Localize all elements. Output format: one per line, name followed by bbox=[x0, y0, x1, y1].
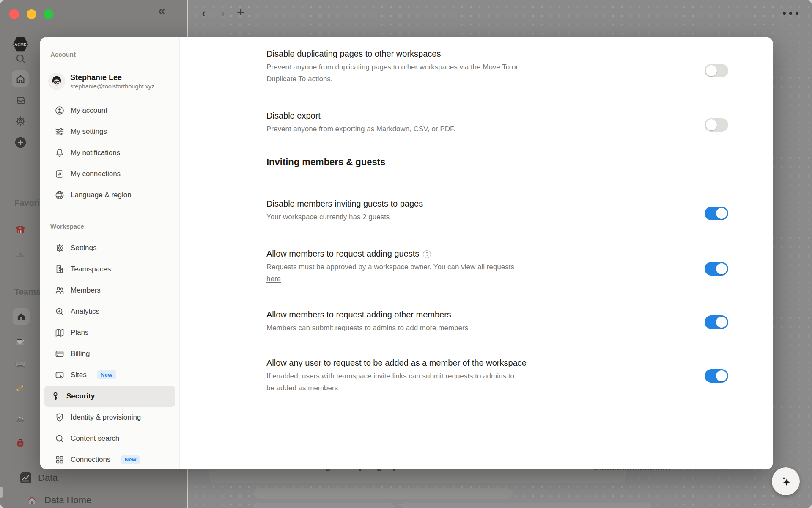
app-window: « ACME Favorites bbox=[0, 0, 812, 508]
setting-title: Disable duplicating pages to other works… bbox=[266, 47, 728, 60]
user-email: stephanie@toolsforthought.xyz bbox=[70, 83, 154, 91]
setting-row-disable-export: Disable export Prevent anyone from expor… bbox=[266, 109, 728, 135]
nav-item-plans[interactable]: Plans bbox=[44, 322, 175, 343]
sparkle-icon bbox=[779, 474, 793, 489]
nav-item-content-search[interactable]: Content search bbox=[44, 428, 175, 449]
setting-title: Allow any user to request to be added as… bbox=[266, 356, 728, 369]
globe-icon bbox=[55, 190, 65, 200]
nav-item-settings[interactable]: Settings bbox=[44, 237, 175, 259]
close-window-button[interactable] bbox=[9, 9, 19, 19]
coffee-icon[interactable] bbox=[14, 334, 26, 346]
guests-count-link[interactable]: 2 guests bbox=[362, 213, 390, 221]
gear-icon bbox=[55, 243, 65, 253]
mountain-icon[interactable] bbox=[14, 413, 26, 425]
toggle-request-guests[interactable] bbox=[705, 262, 728, 276]
setting-description: Members can submit requests to admins to… bbox=[266, 322, 617, 334]
workspace-nav-list: Settings Teamspaces Members Analytics Pl… bbox=[40, 237, 179, 469]
back-arrow-icon[interactable]: ‹ bbox=[202, 7, 206, 20]
setting-title: Disable export bbox=[266, 109, 728, 122]
requests-here-link[interactable]: here bbox=[266, 275, 281, 283]
nav-item-analytics[interactable]: Analytics bbox=[44, 301, 175, 322]
workspace-section-header: Workspace bbox=[40, 223, 179, 231]
credit-card-icon bbox=[55, 349, 65, 359]
background-card bbox=[254, 488, 513, 499]
settings-dialog: Account Stephanie Lee stephanie@toolsfor… bbox=[40, 37, 773, 469]
magnifier-icon bbox=[55, 433, 65, 444]
ai-assistant-button[interactable] bbox=[772, 467, 800, 495]
setting-row-disable-duplicating: Disable duplicating pages to other works… bbox=[266, 47, 728, 85]
sneaker-icon[interactable] bbox=[14, 248, 26, 260]
new-page-plus-icon[interactable] bbox=[12, 134, 29, 151]
setting-row-request-members: Allow members to request adding other me… bbox=[266, 308, 728, 334]
data-home-house-icon bbox=[26, 494, 38, 506]
workspace-logo[interactable]: ACME bbox=[13, 37, 28, 52]
account-section-header: Account bbox=[40, 51, 179, 59]
background-fragment bbox=[0, 487, 3, 498]
settings-gear-icon[interactable] bbox=[12, 113, 29, 130]
toggle-disable-duplicating[interactable] bbox=[705, 64, 728, 77]
nav-item-sites[interactable]: Sites New bbox=[44, 364, 175, 386]
sidebar-item-data-home[interactable]: Data Home bbox=[26, 494, 91, 506]
key-icon bbox=[50, 391, 60, 401]
inbox-icon[interactable] bbox=[12, 91, 29, 108]
user-profile-row[interactable]: Stephanie Lee stephanie@toolsforthought.… bbox=[49, 69, 179, 93]
nav-item-teamspaces[interactable]: Teamspaces bbox=[44, 259, 175, 280]
nav-item-language-region[interactable]: Language & region bbox=[44, 185, 175, 206]
nav-item-billing[interactable]: Billing bbox=[44, 343, 175, 364]
people-icon bbox=[55, 285, 65, 295]
avatar bbox=[49, 73, 65, 89]
shield-check-icon bbox=[55, 412, 65, 422]
zoom-window-button[interactable] bbox=[44, 9, 53, 19]
user-name: Stephanie Lee bbox=[70, 72, 154, 83]
nav-item-my-notifications[interactable]: My notifications bbox=[44, 142, 175, 163]
more-options-icon[interactable] bbox=[783, 12, 798, 15]
setting-title: Allow members to request adding guests? bbox=[266, 247, 728, 260]
search-icon[interactable] bbox=[12, 50, 29, 67]
setting-description: Requests must be approved by a workspace… bbox=[266, 261, 617, 285]
sidebar-collapse-icon[interactable]: « bbox=[158, 3, 165, 18]
nav-item-security[interactable]: Security bbox=[44, 386, 175, 407]
telephone-icon[interactable] bbox=[14, 224, 26, 235]
account-nav-list: My account My settings My notifications … bbox=[40, 100, 179, 206]
sidebar-item-data[interactable]: Data bbox=[20, 472, 58, 483]
toggle-disable-guest-invites[interactable] bbox=[705, 207, 728, 220]
backpack-icon[interactable] bbox=[14, 437, 26, 449]
person-circle-icon bbox=[55, 105, 65, 116]
home-icon[interactable] bbox=[12, 70, 29, 87]
sliders-icon bbox=[55, 127, 65, 137]
minimize-window-button[interactable] bbox=[27, 9, 36, 19]
nav-item-my-connections[interactable]: My connections bbox=[44, 163, 175, 185]
pencil-icon[interactable] bbox=[14, 382, 26, 394]
browser-cursor-icon bbox=[55, 370, 65, 380]
settings-nav: Account Stephanie Lee stephanie@toolsfor… bbox=[40, 37, 180, 469]
sidebar-item-label: Data bbox=[38, 472, 58, 483]
data-chart-icon bbox=[20, 472, 31, 483]
teamspace-home-icon[interactable] bbox=[13, 308, 30, 325]
nav-item-connections[interactable]: Connections New bbox=[44, 449, 175, 469]
grid-icon bbox=[55, 455, 65, 465]
nav-item-my-settings[interactable]: My settings bbox=[44, 121, 175, 142]
bell-icon bbox=[55, 148, 65, 158]
setting-row-request-guests: Allow members to request adding guests? … bbox=[266, 247, 728, 285]
nav-item-members[interactable]: Members bbox=[44, 280, 175, 301]
setting-description: Prevent anyone from duplicating pages to… bbox=[266, 61, 617, 85]
setting-title: Disable members inviting guests to pages bbox=[266, 197, 728, 210]
forward-arrow-icon[interactable]: › bbox=[221, 7, 225, 20]
toggle-any-user-request[interactable] bbox=[705, 369, 728, 383]
sidebar-item-label: Data Home bbox=[44, 495, 91, 506]
new-badge: New bbox=[121, 455, 140, 464]
help-icon[interactable]: ? bbox=[423, 250, 431, 258]
keyboard-icon[interactable] bbox=[14, 358, 26, 370]
section-heading-inviting: Inviting members & guests bbox=[266, 157, 385, 168]
toggle-request-members[interactable] bbox=[705, 315, 728, 329]
setting-row-disable-guest-invites: Disable members inviting guests to pages… bbox=[266, 197, 728, 223]
section-divider bbox=[266, 183, 728, 183]
nav-item-identity-provisioning[interactable]: Identity & provisioning bbox=[44, 407, 175, 428]
setting-description: Your workspace currently has 2 guests bbox=[266, 211, 617, 223]
background-card bbox=[402, 503, 651, 508]
setting-description: If enabled, users with teamspace invite … bbox=[266, 370, 617, 394]
new-tab-plus-icon[interactable]: + bbox=[237, 5, 244, 19]
background-card bbox=[254, 503, 394, 508]
nav-item-my-account[interactable]: My account bbox=[44, 100, 175, 121]
toggle-disable-export[interactable] bbox=[705, 118, 728, 132]
